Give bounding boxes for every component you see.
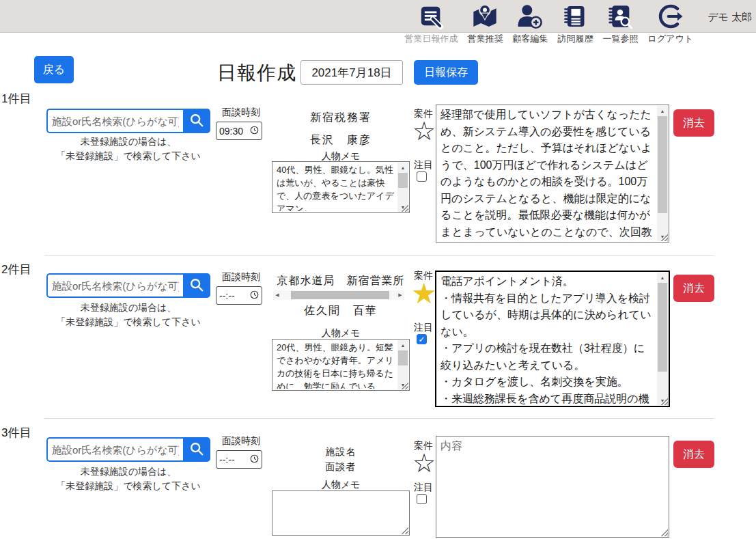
person-name: 佐久間 百華 (272, 304, 410, 318)
scroll-right-icon[interactable]: ▶ (396, 290, 404, 300)
back-button[interactable]: 戻る (34, 56, 74, 83)
vertical-scrollbar[interactable]: ▲ ▼ (397, 340, 408, 389)
facility-search-group (46, 109, 210, 133)
nav-item-logout[interactable]: ログアウト (647, 2, 693, 45)
facility-search-group (46, 437, 210, 462)
search-button[interactable] (183, 109, 210, 133)
delete-entry-button[interactable]: 消去 (673, 441, 714, 468)
nav-label: 顧客編集 (512, 33, 548, 45)
clock-icon (250, 290, 259, 301)
entry-index-label: 1件目 (1, 91, 31, 107)
delete-entry-button[interactable]: 消去 (673, 109, 714, 137)
interview-time-input[interactable]: --:-- (216, 286, 262, 305)
entry-section-3: 3件目 未登録施設の場合は、 「未登録施設」で検索して下さい 面談時刻 --:-… (0, 424, 756, 539)
facility-search-input[interactable] (46, 437, 183, 462)
clock-icon (250, 454, 259, 465)
facility-name-placeholder: 施設名 (272, 446, 410, 458)
resize-handle[interactable] (401, 527, 408, 534)
attention-checkbox[interactable]: ✓ (417, 334, 427, 344)
map-pin-icon (471, 2, 499, 31)
logout-icon (657, 2, 684, 31)
facility-search-input[interactable] (46, 273, 183, 298)
attention-checkbox[interactable] (417, 171, 427, 182)
interview-time-input[interactable]: 09:30 (216, 122, 262, 140)
section-divider (44, 255, 714, 255)
scroll-left-icon[interactable]: ◀ (273, 290, 281, 300)
attention-label: 注目 (414, 159, 433, 171)
case-star-icon[interactable]: ☆ (412, 118, 436, 144)
daily-report-page: 営業日報作成 営業推奨 (0, 0, 756, 539)
vertical-scrollbar[interactable]: ▲ ▼ (397, 163, 408, 212)
interview-time-label: 面談時刻 (217, 107, 265, 119)
person-memo-label: 人物メモ (272, 327, 410, 340)
scroll-up-icon[interactable]: ▲ (657, 106, 668, 115)
report-edit-icon (417, 2, 445, 31)
case-star-icon[interactable]: ★ (411, 279, 437, 308)
magnifier-icon (189, 113, 204, 130)
person-memo-textarea[interactable] (272, 490, 410, 536)
entry-index-label: 2件目 (1, 262, 31, 277)
search-button[interactable] (183, 273, 210, 298)
facility-name: 新宿税務署 (272, 111, 410, 125)
person-name: 長沢 康彦 (272, 133, 410, 148)
search-note: 未登録施設の場合は、 「未登録施設」で検索して下さい (33, 465, 224, 493)
nav-label: 一覧参照 (602, 33, 638, 45)
scroll-up-icon[interactable]: ▲ (397, 340, 408, 350)
nav-item-customer-edit[interactable]: 顧客編集 (512, 2, 548, 45)
search-note: 未登録施設の場合は、 「未登録施設」で検索して下さい (33, 301, 224, 329)
nav-label: 営業日報作成 (404, 33, 458, 45)
entry-index-label: 3件目 (1, 425, 31, 441)
interview-time-label: 面談時刻 (217, 435, 265, 447)
resize-handle[interactable] (660, 529, 668, 536)
nav-item-report-create[interactable]: 営業日報作成 (404, 2, 458, 45)
contact-search-icon (606, 2, 634, 31)
search-button[interactable] (183, 437, 210, 462)
report-content-textarea[interactable]: 経理部で使用していソフトが古くなったため、新システム導入の必要性を感じているとの… (436, 105, 669, 243)
interview-time-input[interactable]: --:-- (216, 450, 262, 469)
scroll-up-icon[interactable]: ▲ (397, 163, 408, 172)
entry-section-2: 2件目 未登録施設の場合は、 「未登録施設」で検索して下さい 面談時刻 --:-… (0, 262, 756, 418)
facility-name: 京都水道局 新宿営業所 (272, 274, 410, 288)
section-divider (44, 418, 714, 419)
report-date-input[interactable]: 2021年7月18日 (300, 60, 403, 85)
person-memo-textarea[interactable]: 40代、男性、眼鏡なし。気性は荒いが、やることは豪快で、人の意表をついたアイデア… (272, 161, 410, 213)
vertical-scrollbar[interactable]: ▲ ▼ (657, 273, 668, 405)
page-title: 日報作成 (217, 60, 296, 86)
person-memo-textarea[interactable]: 20代、男性、眼鏡あり。短髪でさわやかな好青年。アメリカの技術を日本に持ち帰るた… (272, 339, 410, 391)
facility-search-group (46, 273, 210, 298)
nav-label: 営業推奨 (467, 33, 503, 45)
search-note: 未登録施設の場合は、 「未登録施設」で検索して下さい (33, 135, 224, 163)
report-content-textarea[interactable]: 内容 (436, 436, 669, 538)
magnifier-icon (189, 441, 204, 458)
magnifier-icon (189, 277, 204, 294)
nav-label: 訪問履歴 (557, 33, 593, 45)
person-name-placeholder: 面談者 (272, 461, 410, 473)
scroll-up-icon[interactable]: ▲ (657, 273, 668, 282)
attention-label: 注目 (414, 322, 433, 334)
facility-horizontal-scrollbar[interactable]: ◀ ▶ (273, 290, 404, 300)
interview-time-label: 面談時刻 (217, 271, 265, 284)
notebook-icon (562, 2, 588, 31)
nav-item-sales-recommend[interactable]: 営業推奨 (467, 2, 503, 45)
person-add-icon (516, 2, 544, 31)
nav-label: ログアウト (647, 33, 693, 45)
case-star-icon[interactable]: ☆ (412, 450, 436, 476)
attention-checkbox[interactable] (417, 494, 427, 504)
nav-item-list-view[interactable]: 一覧参照 (602, 2, 638, 45)
logged-in-user: デモ 太郎 (708, 11, 752, 24)
facility-search-input[interactable] (46, 109, 183, 133)
report-content-textarea[interactable]: 電話アポイントメント済。 ・情報共有を目的としたアプリ導入を検討しているが、時期… (435, 271, 670, 407)
top-nav: 営業日報作成 営業推奨 (404, 2, 693, 45)
save-report-button[interactable]: 日報保存 (414, 60, 478, 85)
attention-label: 注目 (414, 482, 433, 494)
nav-item-visit-history[interactable]: 訪問履歴 (557, 2, 593, 45)
clock-icon (250, 126, 259, 137)
entry-section-1: 1件目 未登録施設の場合は、 「未登録施設」で検索して下さい 面談時刻 09:3… (0, 91, 756, 255)
vertical-scrollbar[interactable]: ▲ ▼ (657, 106, 668, 241)
delete-entry-button[interactable]: 消去 (673, 275, 714, 302)
person-memo-label: 人物メモ (272, 479, 410, 491)
